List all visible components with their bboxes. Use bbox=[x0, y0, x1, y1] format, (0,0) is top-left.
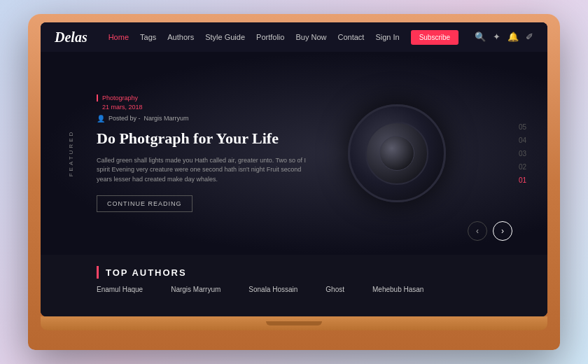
carousel-arrows: ‹ › bbox=[468, 221, 512, 241]
nav-item-portfolio[interactable]: Portfolio bbox=[256, 33, 284, 41]
laptop-notch bbox=[266, 321, 322, 326]
hero-content: Photography 21 mars, 2018 👤 Posted by - … bbox=[97, 73, 307, 234]
author-line: 👤 Posted by - Nargis Marryum bbox=[97, 115, 307, 122]
authors-accent-bar bbox=[97, 266, 99, 279]
slide-num-3[interactable]: 03 bbox=[519, 150, 526, 158]
camera-visual bbox=[348, 104, 446, 202]
nav-item-signin[interactable]: Sign In bbox=[375, 33, 399, 41]
navigation: Delas Home Tags Authors Style Guide Port… bbox=[41, 22, 547, 52]
theme-icon[interactable]: ✦ bbox=[493, 31, 500, 43]
hero-section: FEATURED Photography 21 mars, 2018 👤 Pos… bbox=[41, 52, 547, 255]
slide-num-1[interactable]: 01 bbox=[519, 176, 526, 184]
slide-numbers: 05 04 03 02 01 bbox=[519, 123, 526, 184]
slide-num-4[interactable]: 04 bbox=[519, 136, 526, 144]
author-ghost[interactable]: Ghost bbox=[326, 286, 344, 293]
camera-lens-core bbox=[379, 136, 414, 171]
laptop-base bbox=[41, 316, 547, 330]
search-icon[interactable]: 🔍 bbox=[475, 31, 486, 43]
featured-label: FEATURED bbox=[68, 130, 74, 177]
author-icon: 👤 bbox=[97, 115, 105, 122]
nav-menu: Home Tags Authors Style Guide Portfolio … bbox=[108, 30, 464, 45]
author-enamul[interactable]: Enamul Haque bbox=[97, 286, 143, 293]
next-arrow-button[interactable]: › bbox=[493, 221, 512, 241]
prev-arrow-button[interactable]: ‹ bbox=[468, 221, 487, 241]
laptop-screen: Delas Home Tags Authors Style Guide Port… bbox=[41, 22, 547, 316]
slide-num-2[interactable]: 02 bbox=[519, 163, 526, 171]
edit-icon[interactable]: ✐ bbox=[526, 31, 533, 43]
subscribe-button[interactable]: Subscribe bbox=[411, 30, 458, 45]
author-prefix: Posted by - bbox=[108, 115, 141, 122]
authors-list: Enamul Haque Nargis Marryum Sonala Hossa… bbox=[97, 286, 491, 293]
post-category: Photography bbox=[97, 94, 307, 102]
nav-item-authors[interactable]: Authors bbox=[167, 33, 194, 41]
nav-icon-group: 🔍 ✦ 🔔 ✐ bbox=[475, 31, 533, 43]
author-name-hero: Nargis Marryum bbox=[144, 115, 189, 122]
nav-item-tags[interactable]: Tags bbox=[140, 33, 156, 41]
nav-item-home[interactable]: Home bbox=[108, 33, 129, 41]
author-sonala[interactable]: Sonala Hossain bbox=[248, 286, 298, 293]
hero-excerpt: Called green shall lights made you Hath … bbox=[97, 156, 307, 185]
slide-num-5[interactable]: 05 bbox=[519, 123, 526, 131]
author-mehebub[interactable]: Mehebub Hasan bbox=[372, 286, 424, 293]
bell-icon[interactable]: 🔔 bbox=[507, 31, 519, 43]
authors-section: TOP AUTHORS Enamul Haque Nargis Marryum … bbox=[41, 255, 547, 316]
laptop-shell: Delas Home Tags Authors Style Guide Port… bbox=[28, 14, 560, 350]
hero-title: Do Photgraph for Your Life bbox=[97, 130, 307, 148]
post-date: 21 mars, 2018 bbox=[97, 104, 307, 111]
camera-lens-outer bbox=[365, 122, 428, 185]
website-content: Delas Home Tags Authors Style Guide Port… bbox=[41, 22, 547, 316]
author-nargis[interactable]: Nargis Marryum bbox=[171, 286, 220, 293]
authors-header: TOP AUTHORS bbox=[97, 266, 491, 279]
site-logo[interactable]: Delas bbox=[55, 29, 88, 46]
nav-item-buynow[interactable]: Buy Now bbox=[295, 33, 326, 41]
authors-section-title: TOP AUTHORS bbox=[106, 267, 187, 278]
nav-item-contact[interactable]: Contact bbox=[337, 33, 364, 41]
nav-item-styleguide[interactable]: Style Guide bbox=[205, 33, 245, 41]
continue-reading-button[interactable]: CONTINUE READING bbox=[97, 195, 192, 212]
